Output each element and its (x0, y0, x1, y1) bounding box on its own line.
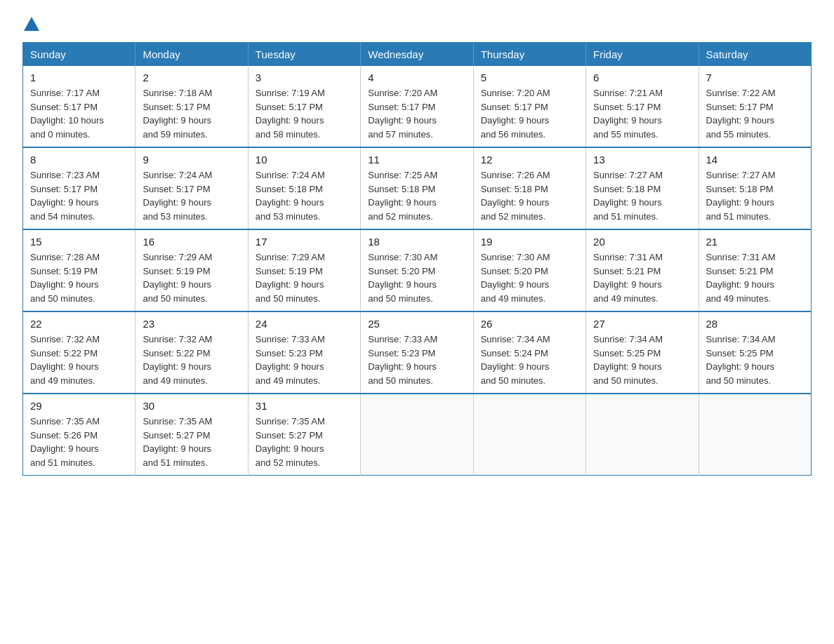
day-number: 6 (593, 72, 691, 83)
day-number: 1 (30, 72, 128, 83)
page-header (22, 17, 812, 31)
calendar-day-cell: 18Sunrise: 7:30 AMSunset: 5:20 PMDayligh… (361, 229, 473, 311)
logo-triangle-icon (24, 17, 39, 31)
calendar-day-cell: 31Sunrise: 7:35 AMSunset: 5:27 PMDayligh… (248, 394, 360, 476)
day-of-week-header: Sunday (23, 43, 135, 67)
calendar-day-cell: 9Sunrise: 7:24 AMSunset: 5:17 PMDaylight… (135, 147, 248, 229)
calendar-day-cell (586, 394, 699, 476)
day-info: Sunrise: 7:34 AMSunset: 5:25 PMDaylight:… (593, 333, 691, 387)
day-number: 23 (143, 318, 240, 330)
calendar-day-cell: 1Sunrise: 7:17 AMSunset: 5:17 PMDaylight… (23, 66, 135, 147)
calendar-day-cell: 17Sunrise: 7:29 AMSunset: 5:19 PMDayligh… (248, 229, 360, 311)
day-info: Sunrise: 7:29 AMSunset: 5:19 PMDaylight:… (256, 250, 353, 305)
day-info: Sunrise: 7:23 AMSunset: 5:17 PMDaylight:… (30, 168, 128, 223)
day-of-week-header: Friday (586, 43, 699, 67)
day-info: Sunrise: 7:34 AMSunset: 5:25 PMDaylight:… (706, 333, 804, 387)
day-number: 7 (706, 72, 804, 83)
calendar-day-cell: 26Sunrise: 7:34 AMSunset: 5:24 PMDayligh… (473, 311, 585, 394)
calendar-day-cell: 19Sunrise: 7:30 AMSunset: 5:20 PMDayligh… (473, 229, 585, 311)
day-number: 12 (481, 154, 578, 166)
day-info: Sunrise: 7:26 AMSunset: 5:18 PMDaylight:… (481, 168, 578, 223)
calendar-day-cell: 2Sunrise: 7:18 AMSunset: 5:17 PMDaylight… (135, 66, 248, 147)
day-info: Sunrise: 7:35 AMSunset: 5:27 PMDaylight:… (256, 415, 353, 469)
calendar-day-cell: 29Sunrise: 7:35 AMSunset: 5:26 PMDayligh… (23, 394, 135, 476)
day-number: 19 (481, 236, 578, 248)
day-number: 15 (30, 236, 128, 248)
calendar-day-cell: 11Sunrise: 7:25 AMSunset: 5:18 PMDayligh… (361, 147, 473, 229)
day-of-week-header: Thursday (473, 43, 585, 67)
day-info: Sunrise: 7:29 AMSunset: 5:19 PMDaylight:… (143, 250, 240, 305)
day-info: Sunrise: 7:20 AMSunset: 5:17 PMDaylight:… (368, 86, 465, 141)
logo (22, 17, 39, 31)
day-number: 28 (706, 318, 804, 330)
day-info: Sunrise: 7:30 AMSunset: 5:20 PMDaylight:… (368, 250, 465, 305)
calendar-week-row: 22Sunrise: 7:32 AMSunset: 5:22 PMDayligh… (23, 311, 812, 394)
calendar-day-cell: 8Sunrise: 7:23 AMSunset: 5:17 PMDaylight… (23, 147, 135, 229)
day-info: Sunrise: 7:18 AMSunset: 5:17 PMDaylight:… (143, 86, 240, 141)
day-info: Sunrise: 7:32 AMSunset: 5:22 PMDaylight:… (143, 333, 240, 387)
day-info: Sunrise: 7:20 AMSunset: 5:17 PMDaylight:… (481, 86, 578, 141)
day-number: 10 (256, 154, 353, 166)
day-of-week-header: Tuesday (248, 43, 360, 67)
day-number: 31 (256, 400, 353, 412)
calendar-week-row: 15Sunrise: 7:28 AMSunset: 5:19 PMDayligh… (23, 229, 812, 311)
day-info: Sunrise: 7:35 AMSunset: 5:26 PMDaylight:… (30, 415, 128, 469)
calendar-day-cell: 14Sunrise: 7:27 AMSunset: 5:18 PMDayligh… (699, 147, 811, 229)
day-number: 16 (143, 236, 240, 248)
calendar-day-cell (473, 394, 585, 476)
day-number: 9 (143, 154, 240, 166)
day-number: 11 (368, 154, 465, 166)
day-number: 8 (30, 154, 128, 166)
day-info: Sunrise: 7:28 AMSunset: 5:19 PMDaylight:… (30, 250, 128, 305)
calendar-day-cell: 16Sunrise: 7:29 AMSunset: 5:19 PMDayligh… (135, 229, 248, 311)
day-number: 26 (481, 318, 578, 330)
day-info: Sunrise: 7:30 AMSunset: 5:20 PMDaylight:… (481, 250, 578, 305)
calendar-day-cell: 24Sunrise: 7:33 AMSunset: 5:23 PMDayligh… (248, 311, 360, 394)
calendar-header-row: SundayMondayTuesdayWednesdayThursdayFrid… (23, 43, 812, 67)
calendar-day-cell: 15Sunrise: 7:28 AMSunset: 5:19 PMDayligh… (23, 229, 135, 311)
calendar-day-cell: 13Sunrise: 7:27 AMSunset: 5:18 PMDayligh… (586, 147, 699, 229)
calendar-day-cell: 27Sunrise: 7:34 AMSunset: 5:25 PMDayligh… (586, 311, 699, 394)
calendar-day-cell (699, 394, 811, 476)
day-number: 13 (593, 154, 691, 166)
day-number: 20 (593, 236, 691, 248)
calendar-week-row: 1Sunrise: 7:17 AMSunset: 5:17 PMDaylight… (23, 66, 812, 147)
day-info: Sunrise: 7:17 AMSunset: 5:17 PMDaylight:… (30, 86, 128, 141)
day-info: Sunrise: 7:32 AMSunset: 5:22 PMDaylight:… (30, 333, 128, 387)
calendar-week-row: 29Sunrise: 7:35 AMSunset: 5:26 PMDayligh… (23, 394, 812, 476)
calendar-day-cell: 20Sunrise: 7:31 AMSunset: 5:21 PMDayligh… (586, 229, 699, 311)
calendar-day-cell: 6Sunrise: 7:21 AMSunset: 5:17 PMDaylight… (586, 66, 699, 147)
day-number: 30 (143, 400, 240, 412)
calendar-day-cell: 5Sunrise: 7:20 AMSunset: 5:17 PMDaylight… (473, 66, 585, 147)
calendar-day-cell: 7Sunrise: 7:22 AMSunset: 5:17 PMDaylight… (699, 66, 811, 147)
day-of-week-header: Saturday (699, 43, 811, 67)
day-info: Sunrise: 7:22 AMSunset: 5:17 PMDaylight:… (706, 86, 804, 141)
day-info: Sunrise: 7:21 AMSunset: 5:17 PMDaylight:… (593, 86, 691, 141)
day-info: Sunrise: 7:33 AMSunset: 5:23 PMDaylight:… (368, 333, 465, 387)
calendar-day-cell: 4Sunrise: 7:20 AMSunset: 5:17 PMDaylight… (361, 66, 473, 147)
day-number: 5 (481, 72, 578, 83)
day-info: Sunrise: 7:35 AMSunset: 5:27 PMDaylight:… (143, 415, 240, 469)
day-info: Sunrise: 7:25 AMSunset: 5:18 PMDaylight:… (368, 168, 465, 223)
calendar-day-cell: 25Sunrise: 7:33 AMSunset: 5:23 PMDayligh… (361, 311, 473, 394)
day-info: Sunrise: 7:24 AMSunset: 5:17 PMDaylight:… (143, 168, 240, 223)
day-info: Sunrise: 7:24 AMSunset: 5:18 PMDaylight:… (256, 168, 353, 223)
day-info: Sunrise: 7:27 AMSunset: 5:18 PMDaylight:… (706, 168, 804, 223)
day-info: Sunrise: 7:31 AMSunset: 5:21 PMDaylight:… (593, 250, 691, 305)
calendar-day-cell: 12Sunrise: 7:26 AMSunset: 5:18 PMDayligh… (473, 147, 585, 229)
day-of-week-header: Monday (135, 43, 248, 67)
day-number: 17 (256, 236, 353, 248)
calendar-day-cell: 21Sunrise: 7:31 AMSunset: 5:21 PMDayligh… (699, 229, 811, 311)
calendar-day-cell: 28Sunrise: 7:34 AMSunset: 5:25 PMDayligh… (699, 311, 811, 394)
day-number: 24 (256, 318, 353, 330)
day-number: 29 (30, 400, 128, 412)
day-number: 18 (368, 236, 465, 248)
day-number: 2 (143, 72, 240, 83)
day-info: Sunrise: 7:34 AMSunset: 5:24 PMDaylight:… (481, 333, 578, 387)
calendar-week-row: 8Sunrise: 7:23 AMSunset: 5:17 PMDaylight… (23, 147, 812, 229)
calendar-day-cell: 22Sunrise: 7:32 AMSunset: 5:22 PMDayligh… (23, 311, 135, 394)
day-number: 25 (368, 318, 465, 330)
calendar-day-cell: 23Sunrise: 7:32 AMSunset: 5:22 PMDayligh… (135, 311, 248, 394)
day-number: 27 (593, 318, 691, 330)
day-number: 4 (368, 72, 465, 83)
